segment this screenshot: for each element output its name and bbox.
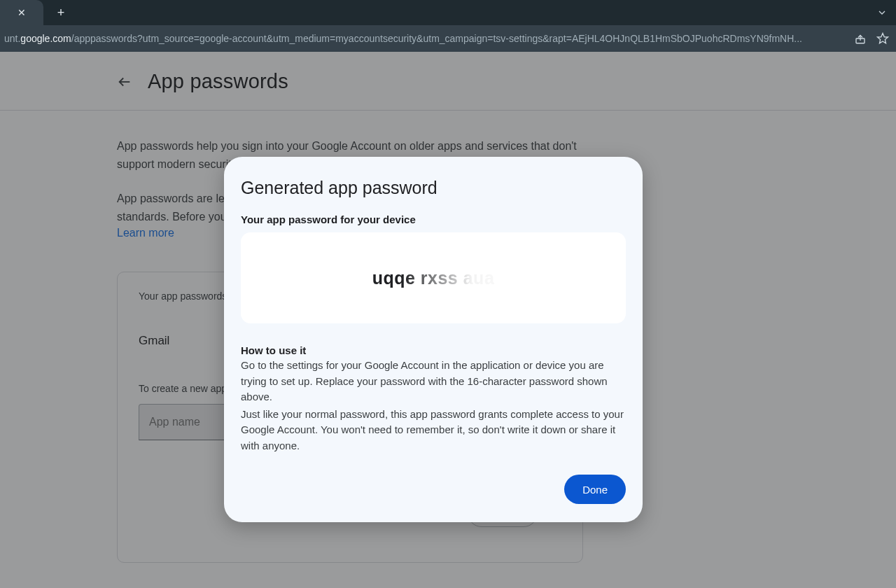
howto-text-2: Just like your normal password, this app… [241, 407, 626, 454]
password-display-box: uqqe rxss aua [241, 232, 626, 323]
howto-title: How to use it [241, 344, 626, 356]
generated-password-dialog: Generated app password Your app password… [224, 157, 643, 522]
dialog-title: Generated app password [241, 178, 626, 198]
tabs-chevron-icon[interactable] [876, 7, 888, 18]
browser-chrome: ✕ + unt.google.com/apppasswords?utm_sour… [0, 0, 896, 52]
active-tab[interactable]: ✕ [0, 0, 43, 25]
address-bar[interactable]: unt.google.com/apppasswords?utm_source=g… [0, 25, 896, 52]
new-tab-button[interactable]: + [50, 2, 71, 23]
password-blur-mask [402, 232, 542, 323]
bookmark-star-icon[interactable] [874, 29, 892, 48]
dialog-subtitle: Your app password for your device [241, 214, 626, 225]
close-tab-icon[interactable]: ✕ [18, 7, 26, 18]
howto-text-1: Go to the settings for your Google Accou… [241, 358, 626, 405]
tab-strip: ✕ + [0, 0, 896, 25]
svg-marker-1 [878, 34, 888, 43]
done-button[interactable]: Done [564, 475, 626, 504]
url-text: unt.google.com/apppasswords?utm_source=g… [4, 33, 847, 44]
share-icon[interactable] [851, 29, 869, 48]
